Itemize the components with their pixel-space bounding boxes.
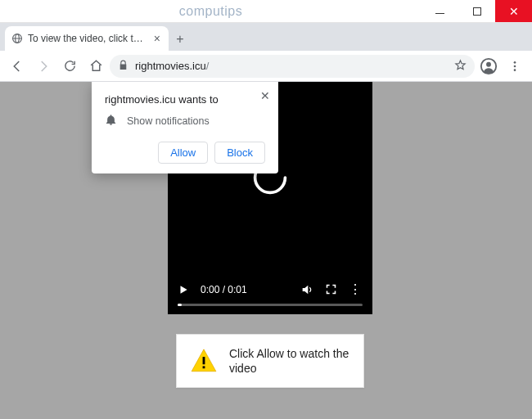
block-button[interactable]: Block [214, 142, 265, 164]
watermark-text: computips [179, 4, 242, 19]
back-button[interactable] [5, 54, 29, 79]
url-host: rightmovies.icu [135, 60, 206, 72]
profile-avatar-icon[interactable] [476, 54, 501, 79]
url-path: / [206, 60, 210, 72]
url-text: rightmovies.icu/ [135, 60, 448, 72]
popup-permission-row: Show notifications [105, 114, 265, 128]
window-titlebar: computips ✕ [0, 0, 532, 23]
svg-point-6 [514, 65, 516, 67]
video-time: 0:00 / 0:01 [201, 284, 247, 295]
fullscreen-icon[interactable] [325, 283, 337, 295]
svg-rect-9 [203, 357, 205, 364]
new-tab-button[interactable]: + [169, 28, 192, 51]
video-more-icon[interactable]: ⋮ [349, 282, 363, 297]
browser-tab[interactable]: To view the video, click the Allow × [5, 26, 169, 51]
volume-icon[interactable] [300, 283, 313, 296]
bookmark-star-icon[interactable] [454, 59, 467, 74]
address-bar[interactable]: rightmovies.icu/ [110, 55, 475, 78]
allow-banner: Click Allow to watch the video [176, 334, 364, 388]
popup-close-icon[interactable]: ✕ [260, 90, 270, 101]
tab-close-icon[interactable]: × [152, 32, 162, 45]
forward-button[interactable] [31, 54, 56, 79]
home-button[interactable] [83, 54, 108, 79]
tab-strip: To view the video, click the Allow × + [0, 23, 532, 51]
allow-button[interactable]: Allow [158, 142, 208, 164]
popup-origin-line: rightmovies.icu wants to [105, 93, 265, 106]
browser-toolbar: rightmovies.icu/ [0, 51, 532, 82]
globe-icon [11, 33, 23, 44]
svg-rect-10 [203, 367, 205, 369]
page-content: 0:00 / 0:01 ⋮ Click Allow to watch the v… [0, 82, 532, 419]
bell-icon [105, 114, 117, 128]
lock-icon[interactable] [118, 60, 128, 73]
banner-text: Click Allow to watch the video [229, 346, 350, 376]
notification-permission-popup: ✕ rightmovies.icu wants to Show notifica… [92, 82, 278, 173]
play-button-icon[interactable] [178, 284, 189, 295]
browser-menu-icon[interactable] [503, 54, 527, 79]
tab-title: To view the video, click the Allow [28, 33, 147, 44]
svg-point-5 [514, 61, 516, 64]
svg-point-4 [486, 61, 491, 66]
svg-point-7 [514, 69, 516, 71]
reload-button[interactable] [57, 54, 82, 79]
video-progress-bar[interactable] [178, 304, 363, 306]
popup-permission-label: Show notifications [127, 115, 210, 127]
window-close-button[interactable]: ✕ [495, 0, 532, 22]
warning-icon [190, 347, 218, 375]
window-maximize-button[interactable] [458, 0, 495, 22]
video-controls: 0:00 / 0:01 ⋮ [168, 275, 372, 314]
window-minimize-button[interactable] [422, 0, 458, 22]
titlebar-watermark: computips [0, 0, 422, 22]
